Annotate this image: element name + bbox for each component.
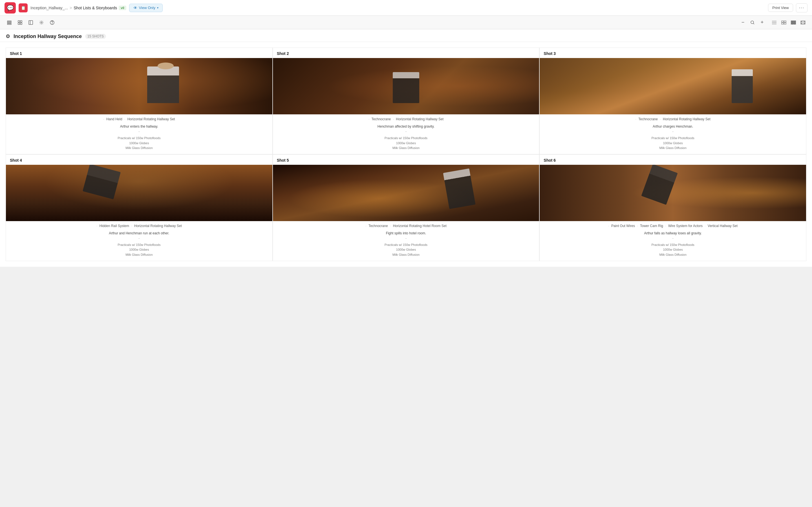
view-toggle-group xyxy=(770,18,808,27)
svg-rect-19 xyxy=(781,23,783,24)
shot-3-camera: Technocrane xyxy=(638,117,658,121)
shot-4-header: Shot 4 xyxy=(6,155,272,165)
settings-icon[interactable] xyxy=(37,18,46,27)
topbar-right: Print View ··· xyxy=(768,3,808,12)
zoom-out-button[interactable]: − xyxy=(739,18,747,27)
list-view-icon[interactable] xyxy=(4,18,14,27)
svg-rect-5 xyxy=(18,23,20,24)
shot-3-figure xyxy=(732,69,753,103)
compact-list-view-button[interactable] xyxy=(770,18,779,27)
svg-rect-33 xyxy=(804,21,805,22)
shot-1-camera: Hand Held xyxy=(106,117,122,121)
shot-4-image xyxy=(6,165,272,221)
project-name[interactable]: Inception_Hallway_... xyxy=(31,6,68,10)
svg-rect-6 xyxy=(20,23,22,24)
zoom-fit-button[interactable] xyxy=(748,18,757,27)
shot-1-image xyxy=(6,58,272,114)
shot-6-location: Vertical Hallway Set xyxy=(708,224,738,228)
shot-2-camera: Technocrane xyxy=(371,117,391,121)
page-title: Inception Hallway Sequence xyxy=(13,34,82,40)
shot-6-camera1: Paint Out Wires xyxy=(611,224,635,228)
more-options-button[interactable]: ··· xyxy=(796,3,808,12)
breadcrumb: Inception_Hallway_... > Shot Lists & Sto… xyxy=(31,6,126,10)
project-icon[interactable]: 📋 xyxy=(18,3,28,12)
shot-3-location: Horizontal Rotating Hallway Set xyxy=(663,117,711,121)
shot-2-meta: · Technocrane · Horizontal Rotating Hall… xyxy=(273,114,539,123)
shot-5-image xyxy=(273,165,539,221)
shot-6-header: Shot 6 xyxy=(540,155,806,165)
shot-1-meta: · Hand Held · Horizontal Rotating Hallwa… xyxy=(6,114,272,123)
toolbar-right: − + xyxy=(739,18,808,27)
svg-rect-17 xyxy=(781,21,783,22)
shot-1-header: Shot 1 xyxy=(6,48,272,58)
shot-5-header: Shot 5 xyxy=(273,155,539,165)
main-content: Shot 1 · Hand Held · Horizontal Rotating… xyxy=(0,42,812,267)
shot-3-meta: · Technocrane · Horizontal Rotating Hall… xyxy=(540,114,806,123)
shot-1-lighting: Practicals w/ 150w Photofloods 1000w Glo… xyxy=(6,135,272,154)
svg-rect-26 xyxy=(795,22,796,23)
shot-3-image xyxy=(540,58,806,114)
svg-rect-22 xyxy=(793,21,794,22)
sidebar-icon[interactable] xyxy=(26,18,36,27)
shot-5-figure xyxy=(443,168,476,209)
toolbar: − + xyxy=(0,16,812,29)
view-only-label: View Only xyxy=(139,6,155,10)
shot-1-location: Horizontal Rotating Hallway Set xyxy=(128,117,175,121)
shot-2-location: Horizontal Rotating Hallway Set xyxy=(396,117,444,121)
svg-line-13 xyxy=(753,23,754,24)
shot-6-figure xyxy=(642,165,678,205)
svg-rect-25 xyxy=(793,22,794,23)
breadcrumb-separator: > xyxy=(70,6,72,10)
view-only-button[interactable]: 👁 View Only ▾ xyxy=(129,4,163,12)
svg-rect-31 xyxy=(801,21,802,22)
shot-1-desc: Arthur enters the hallway. - xyxy=(6,123,272,135)
shot-4-meta: · Hidden Rail System · Horizontal Rotati… xyxy=(6,221,272,230)
shot-6-image xyxy=(540,165,806,221)
svg-rect-21 xyxy=(791,21,792,22)
zoom-in-button[interactable]: + xyxy=(758,18,766,27)
shot-5-lighting: Practicals w/ 150w Photofloods 1000w Glo… xyxy=(273,242,539,261)
svg-rect-28 xyxy=(793,24,794,24)
svg-rect-0 xyxy=(7,21,11,22)
shot-6-meta: · Paint Out Wires · Tower Cam Rig · Wire… xyxy=(540,221,806,230)
svg-rect-1 xyxy=(7,22,11,23)
section-name: Shot Lists & Storyboards xyxy=(73,6,117,10)
shot-6-lighting: Practicals w/ 150w Photofloods 1000w Glo… xyxy=(540,242,806,261)
shot-5-desc: Fight spills into hotel room. - xyxy=(273,230,539,242)
shot-1-figure-head xyxy=(158,62,174,69)
svg-rect-29 xyxy=(795,24,796,24)
shot-card-3: Shot 3 · Technocrane · Horizontal Rotati… xyxy=(539,48,806,154)
grid-view-icon[interactable] xyxy=(15,18,25,27)
film-view-button[interactable] xyxy=(799,18,808,27)
shot-6-desc: Arthur falls as hallway loses all gravit… xyxy=(540,230,806,242)
svg-rect-32 xyxy=(801,23,802,24)
shot-card-6: Shot 6 · Paint Out Wires · Tower Cam Rig… xyxy=(539,154,806,261)
table-view-button[interactable] xyxy=(779,18,788,27)
print-view-button[interactable]: Print View xyxy=(768,4,793,12)
shot-2-desc: Henchman affected by shifting gravity. - xyxy=(273,123,539,135)
shot-6-camera2: Tower Cam Rig xyxy=(640,224,663,228)
svg-rect-2 xyxy=(7,24,11,24)
shot-3-lighting: Practicals w/ 150w Photofloods 1000w Glo… xyxy=(540,135,806,154)
shot-card-5: Shot 5 · Technocrane · Horizontal Rotati… xyxy=(273,154,540,261)
svg-rect-27 xyxy=(791,24,792,24)
shot-2-header: Shot 2 xyxy=(273,48,539,58)
svg-rect-20 xyxy=(784,23,786,24)
help-icon[interactable] xyxy=(47,18,57,27)
shots-count: 15 SHOTS xyxy=(85,34,106,39)
topbar: 💬 📋 Inception_Hallway_... > Shot Lists &… xyxy=(0,0,812,16)
storyboard-view-button[interactable] xyxy=(789,18,798,27)
svg-rect-34 xyxy=(804,23,805,24)
shot-3-desc: Arthur charges Henchman. - xyxy=(540,123,806,135)
shot-1-figure xyxy=(147,66,179,103)
shot-4-desc: Arthur and Henchman run at each other. - xyxy=(6,230,272,242)
app-icon[interactable]: 💬 xyxy=(4,2,16,13)
svg-rect-24 xyxy=(791,22,792,23)
shot-card-4: Shot 4 · Hidden Rail System · Horizontal… xyxy=(6,154,273,261)
svg-point-9 xyxy=(41,22,42,23)
version-badge: v0 xyxy=(119,6,126,10)
svg-rect-4 xyxy=(20,20,22,22)
shot-4-location: Horizontal Rotating Hallway Set xyxy=(134,224,182,228)
shot-2-lighting: Practicals w/ 150w Photofloods 1000w Glo… xyxy=(273,135,539,154)
svg-rect-7 xyxy=(29,20,33,24)
